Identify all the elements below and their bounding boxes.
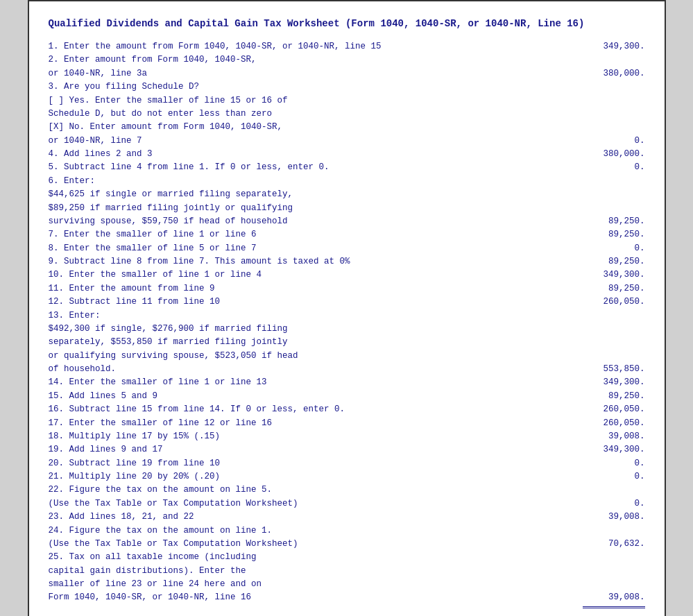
line-text-only-line13: 13. Enter: — [49, 309, 645, 323]
line-value-line11: 89,250. — [583, 282, 645, 296]
line-value-line13d: 553,850. — [583, 363, 645, 376]
line-value-line1: 349,300. — [583, 40, 645, 53]
line-row-line4: 4. Add lines 2 and 3380,000. — [49, 148, 645, 161]
line-text-only-line6a: $44,625 if single or married filing sepa… — [49, 188, 645, 201]
line-row-line17: 17. Enter the smaller of line 12 or line… — [49, 417, 645, 430]
line-text-only-line25c: smaller of line 23 or line 24 here and o… — [49, 578, 645, 591]
line-text-line1: 1. Enter the amount from Form 1040, 1040… — [49, 40, 583, 53]
line-value-line14: 349,300. — [583, 376, 645, 389]
line-row-line12: 12. Subtract line 11 from line 10260,050… — [49, 296, 645, 309]
line-value-line8: 0. — [583, 242, 645, 255]
line-row-line9: 9. Subtract line 8 from line 7. This amo… — [49, 255, 645, 268]
line-text-line22b: (Use the Tax Table or Tax Computation Wo… — [49, 497, 583, 511]
line-text-line23: 23. Add lines 18, 21, and 22 — [49, 511, 583, 524]
line-value-line23: 39,008. — [583, 511, 645, 524]
line-value-line10: 349,300. — [583, 268, 645, 282]
line-text-line16: 16. Subtract line 15 from line 14. If 0 … — [49, 403, 583, 416]
line-value-line12: 260,050. — [583, 296, 645, 309]
line-row-line2b: or 1040-NR, line 3a380,000. — [49, 67, 645, 80]
line-row-line8: 8. Enter the smaller of line 5 or line 7… — [49, 242, 645, 255]
line-row-line23: 23. Add lines 18, 21, and 2239,008. — [49, 511, 645, 524]
line-row-line5: 5. Subtract line 4 from line 1. If 0 or … — [49, 161, 645, 174]
line-text-line25d: Form 1040, 1040-SR, or 1040-NR, line 16 — [49, 591, 583, 604]
line-row-line22b: (Use the Tax Table or Tax Computation Wo… — [49, 497, 645, 511]
line-value-line22b: 0. — [583, 497, 645, 511]
line-value-line19: 349,300. — [583, 443, 645, 456]
line-text-line4: 4. Add lines 2 and 3 — [49, 148, 583, 161]
line-row-line10: 10. Enter the smaller of line 1 or line … — [49, 268, 645, 282]
line-text-only-line25b: capital gain distributions). Enter the — [49, 565, 645, 578]
line-value-line9: 89,250. — [583, 255, 645, 268]
line-value-line15: 89,250. — [583, 390, 645, 403]
line-row-line11: 11. Enter the amount from line 989,250. — [49, 282, 645, 296]
line-row-line21: 21. Multiply line 20 by 20% (.20)0. — [49, 470, 645, 484]
line-text-line17: 17. Enter the smaller of line 12 or line… — [49, 417, 583, 430]
line-value-line4: 380,000. — [583, 148, 645, 161]
line-text-line14: 14. Enter the smaller of line 1 or line … — [49, 376, 583, 389]
line-text-only-line25a: 25. Tax on all taxable income (including — [49, 551, 645, 564]
line-text-only-line13b: separately, $553,850 if married filing j… — [49, 336, 645, 349]
line-row-line18: 18. Multiply line 17 by 15% (.15)39,008. — [49, 430, 645, 443]
line-row-line19: 19. Add lines 9 and 17349,300. — [49, 443, 645, 456]
line-text-only-line6b: $89,250 if married filing jointly or qua… — [49, 202, 645, 215]
line-text-only-line3no_a: [X] No. Enter amount from Form 1040, 104… — [49, 121, 645, 134]
line-value-line6c: 89,250. — [583, 215, 645, 228]
line-row-line7: 7. Enter the smaller of line 1 or line 6… — [49, 228, 645, 241]
line-text-only-line3yes_a: [ ] Yes. Enter the smaller of line 15 or… — [49, 94, 645, 108]
line-text-only-line3yes_b: Schedule D, but do not enter less than z… — [49, 108, 645, 121]
line-text-line21: 21. Multiply line 20 by 20% (.20) — [49, 470, 583, 484]
line-text-line18: 18. Multiply line 17 by 15% (.15) — [49, 430, 583, 443]
line-text-only-line13c: or qualifying surviving spouse, $523,050… — [49, 350, 645, 363]
line-text-only-line24a: 24. Figure the tax on the amount on line… — [49, 524, 645, 538]
line-text-line12: 12. Subtract line 11 from line 10 — [49, 296, 583, 309]
line-value-line18: 39,008. — [583, 430, 645, 443]
line-text-line24b: (Use the Tax Table or Tax Computation Wo… — [49, 538, 583, 551]
line-text-line11: 11. Enter the amount from line 9 — [49, 282, 583, 296]
line-row-line16: 16. Subtract line 15 from line 14. If 0 … — [49, 403, 645, 416]
line-text-line20: 20. Subtract line 19 from line 10 — [49, 457, 583, 470]
line-row-line15: 15. Add lines 5 and 989,250. — [49, 390, 645, 403]
line-row-line25d: Form 1040, 1040-SR, or 1040-NR, line 163… — [49, 591, 645, 608]
worksheet-body: 1. Enter the amount from Form 1040, 1040… — [49, 40, 645, 608]
line-text-line6c: surviving spouse, $59,750 if head of hou… — [49, 215, 583, 228]
line-text-line3no_b: or 1040-NR, line 7 — [49, 135, 583, 148]
line-text-line5: 5. Subtract line 4 from line 1. If 0 or … — [49, 161, 583, 174]
line-value-line24b: 70,632. — [583, 538, 645, 551]
line-value-line17: 260,050. — [583, 417, 645, 430]
worksheet-title: Qualified Dividends and Capital Gain Tax… — [49, 18, 645, 29]
line-value-line16: 260,050. — [583, 403, 645, 416]
line-text-line19: 19. Add lines 9 and 17 — [49, 443, 583, 456]
line-text-line2b: or 1040-NR, line 3a — [49, 67, 583, 80]
line-value-line5: 0. — [583, 161, 645, 174]
line-row-line14: 14. Enter the smaller of line 1 or line … — [49, 376, 645, 389]
line-text-line9: 9. Subtract line 8 from line 7. This amo… — [49, 255, 583, 268]
line-text-only-line2a: 2. Enter amount from Form 1040, 1040-SR, — [49, 53, 645, 67]
line-value-line20: 0. — [583, 457, 645, 470]
line-row-line24b: (Use the Tax Table or Tax Computation Wo… — [49, 538, 645, 551]
line-text-line10: 10. Enter the smaller of line 1 or line … — [49, 268, 583, 282]
line-value-line25d: 39,008. — [583, 591, 645, 608]
line-value-line3no_b: 0. — [583, 135, 645, 148]
worksheet-container: Qualified Dividends and Capital Gain Tax… — [28, 0, 666, 616]
line-row-line3no_b: or 1040-NR, line 70. — [49, 135, 645, 148]
line-text-line8: 8. Enter the smaller of line 5 or line 7 — [49, 242, 583, 255]
line-text-only-line3: 3. Are you filing Schedule D? — [49, 80, 645, 94]
line-text-line7: 7. Enter the smaller of line 1 or line 6 — [49, 228, 583, 241]
line-row-line1: 1. Enter the amount from Form 1040, 1040… — [49, 40, 645, 53]
line-text-line13d: of household. — [49, 363, 583, 376]
line-value-line21: 0. — [583, 470, 645, 484]
line-text-only-line13a: $492,300 if single, $276,900 if married … — [49, 323, 645, 336]
line-text-only-line22a: 22. Figure the tax on the amount on line… — [49, 484, 645, 497]
line-value-line7: 89,250. — [583, 228, 645, 241]
line-text-only-line6: 6. Enter: — [49, 175, 645, 188]
line-row-line6c: surviving spouse, $59,750 if head of hou… — [49, 215, 645, 228]
line-text-line15: 15. Add lines 5 and 9 — [49, 390, 583, 403]
line-value-line2b: 380,000. — [583, 67, 645, 80]
line-row-line13d: of household.553,850. — [49, 363, 645, 376]
line-row-line20: 20. Subtract line 19 from line 100. — [49, 457, 645, 470]
